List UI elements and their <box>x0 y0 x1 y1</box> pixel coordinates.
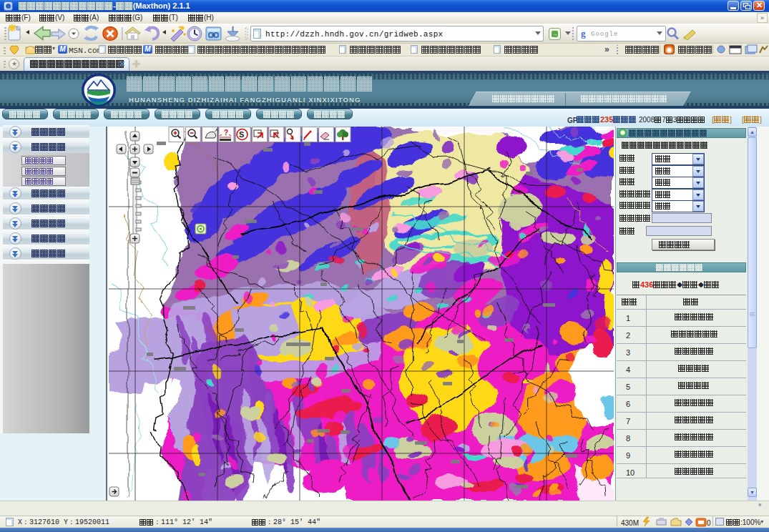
svg-text:?: ? <box>224 129 228 137</box>
svg-text:S: S <box>239 130 244 139</box>
